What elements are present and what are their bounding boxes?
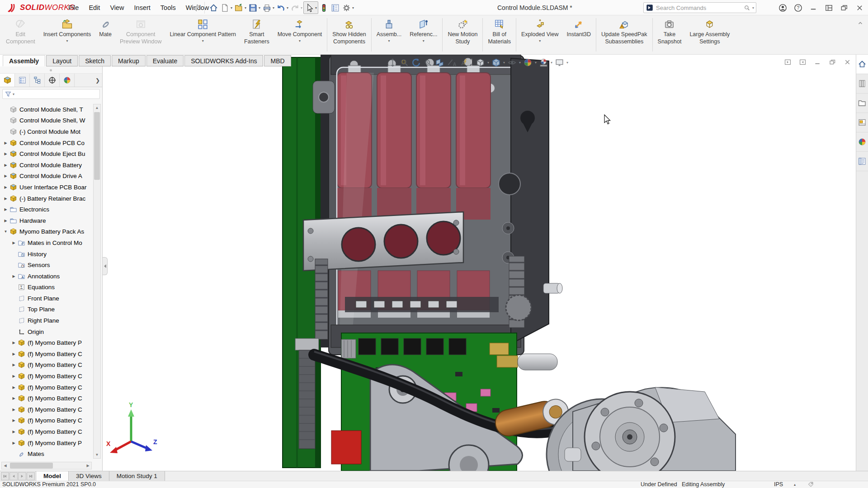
close-doc-button[interactable] (844, 58, 851, 66)
tree-filter-box[interactable]: ▾ (2, 89, 100, 99)
minimize-button[interactable] (808, 2, 819, 14)
expander-icon[interactable]: ▶ (2, 174, 9, 178)
taskpane-design-library-button[interactable] (856, 74, 868, 94)
bottom-tab-motion-study-1[interactable]: Motion Study 1 (109, 471, 165, 481)
new-motion-study-button[interactable]: New MotionStudy (443, 15, 481, 54)
taskpane-appearances-scenes-button[interactable] (856, 132, 868, 152)
tree-horizontal-scrollbar[interactable]: ◀ ▶ (1, 462, 92, 469)
tree-item-f-myomo-battery-c[interactable]: ▶(f) Myomo Battery C (0, 371, 93, 382)
expander-icon[interactable]: ▶ (10, 430, 17, 434)
caret-down-icon[interactable]: ▾ (231, 6, 232, 10)
restore-button[interactable] (839, 2, 850, 14)
taskpane-home-button[interactable] (856, 55, 868, 74)
zoom-fit-button[interactable] (387, 57, 398, 68)
expander-icon[interactable]: ▶ (2, 197, 9, 201)
featuremanager-tab[interactable] (0, 74, 15, 87)
previous-view-button[interactable] (411, 57, 421, 68)
expander-icon[interactable]: ▶ (10, 396, 17, 400)
nav-next-button[interactable] (18, 472, 26, 480)
taskpane-custom-properties-button[interactable] (856, 152, 868, 171)
tree-item-electronics[interactable]: ▶Electronics (0, 204, 93, 215)
new-document-button[interactable]: ▾ (219, 1, 233, 14)
expander-icon[interactable]: ▶ (10, 352, 17, 356)
edit-appearance-button[interactable] (523, 57, 533, 68)
tree-item-f-myomo-battery-c[interactable]: ▶(f) Myomo Battery C (0, 426, 93, 437)
model-battery-module[interactable] (303, 55, 562, 355)
tree-item-myomo-battery-pack-as[interactable]: ▼Myomo Battery Pack As (0, 226, 93, 238)
tree-item-control-module-pcb-co[interactable]: ▶Control Module PCB Co (0, 137, 93, 149)
menu-view[interactable]: View (105, 0, 129, 15)
hide-show-items-button[interactable] (507, 57, 517, 68)
panel-split-handle[interactable] (0, 66, 102, 74)
expander-icon[interactable]: ▶ (10, 274, 17, 278)
scroll-up-icon[interactable]: ▲ (94, 104, 100, 111)
menu-insert[interactable]: Insert (129, 0, 156, 15)
expander-icon[interactable]: ▶ (2, 185, 9, 189)
tab-mbd[interactable]: MBD (264, 55, 291, 66)
units-caret-icon[interactable]: ▴ (794, 481, 796, 488)
search-commands-box[interactable]: ▾ (643, 2, 756, 13)
caret-down-icon[interactable]: ▾ (202, 39, 204, 43)
window-layout-button[interactable] (823, 2, 835, 14)
redo-button[interactable]: ▾ (289, 1, 303, 14)
search-input[interactable] (656, 5, 744, 11)
status-units-value[interactable]: IPS (774, 481, 783, 488)
bill-of-materials-button[interactable]: Bill ofMaterials (484, 15, 515, 54)
tree-item-sensors[interactable]: Sensors (0, 259, 93, 271)
tree-item-front-plane[interactable]: Front Plane (0, 293, 93, 304)
caret-down-icon[interactable]: ▾ (301, 6, 302, 10)
apply-scene-button[interactable] (538, 57, 549, 68)
expander-icon[interactable]: ▶ (10, 341, 17, 345)
tree-item-f-myomo-battery-c[interactable]: ▶(f) Myomo Battery C (0, 348, 93, 360)
caret-down-icon[interactable]: ▾ (539, 39, 541, 43)
exploded-view-button[interactable]: Exploded View▾ (517, 15, 562, 54)
expander-icon[interactable]: ▼ (2, 230, 9, 234)
annotations-visibility-button[interactable]: A (458, 57, 468, 68)
zoom-area-button[interactable] (399, 57, 410, 68)
tree-item-control-module-shell-t[interactable]: Control Module Shell, T (0, 104, 93, 115)
expander-icon[interactable]: ▶ (2, 219, 9, 223)
expander-icon[interactable]: ▶ (10, 363, 17, 367)
home-button[interactable] (208, 1, 219, 14)
menu-file[interactable]: File (63, 0, 84, 15)
tree-item-mates[interactable]: Mates (0, 448, 93, 460)
user-account-button[interactable] (777, 2, 788, 14)
nav-first-button[interactable] (1, 472, 9, 480)
minimize-doc-button[interactable] (814, 58, 821, 66)
save-button[interactable]: ▾ (247, 1, 261, 14)
restore-doc-button[interactable] (829, 58, 836, 66)
filter-caret-icon[interactable]: ▾ (13, 92, 14, 96)
view-orientation-button[interactable] (475, 57, 486, 68)
insert-components-button[interactable]: Insert Components▾ (39, 15, 95, 54)
expander-icon[interactable]: ▶ (10, 441, 17, 445)
scroll-down-icon[interactable]: ▼ (94, 451, 100, 458)
section-view-button[interactable] (434, 57, 445, 68)
rebuild-button[interactable] (318, 1, 330, 14)
smart-fasteners-button[interactable]: SmartFasteners (240, 15, 274, 54)
update-speedpak-button[interactable]: Update SpeedPakSubassemblies (597, 15, 651, 54)
3d-model-view[interactable]: Y X Z (103, 55, 856, 471)
tab-assembly[interactable]: Assembly (3, 55, 45, 66)
expander-icon[interactable]: ▶ (2, 207, 9, 211)
expander-icon[interactable]: ▶ (2, 163, 9, 167)
propertymanager-tab[interactable] (15, 74, 30, 87)
nav-prev-button[interactable] (9, 472, 18, 480)
tree-item-mates-in-control-mo[interactable]: ▶Mates in Control Mo (0, 237, 93, 249)
caret-down-icon[interactable]: ▾ (299, 39, 301, 43)
mate-button[interactable]: Mate (95, 15, 116, 54)
caret-down-icon[interactable]: ▾ (487, 61, 489, 65)
tab-solidworks-add-ins[interactable]: SOLIDWORKS Add-Ins (184, 55, 263, 66)
caret-down-icon[interactable]: ▾ (535, 61, 537, 65)
linear-component-pattern-button[interactable]: Linear Component Pattern▾ (165, 15, 240, 54)
expander-icon[interactable]: ▶ (10, 408, 17, 412)
take-snapshot-button[interactable]: TakeSnapshot (654, 15, 686, 54)
large-assembly-settings-button[interactable]: Large AssemblySettings (685, 15, 734, 54)
tree-item-equations[interactable]: ΣEquations (0, 282, 93, 293)
pane-right-button[interactable] (799, 58, 807, 66)
tab-sketch[interactable]: Sketch (79, 55, 111, 66)
hscroll-thumb[interactable] (10, 463, 53, 469)
print-button[interactable]: ▾ (261, 1, 275, 14)
tree-item-f-myomo-battery-c[interactable]: ▶(f) Myomo Battery C (0, 360, 93, 371)
tab-evaluate[interactable]: Evaluate (146, 55, 184, 66)
panel-expand-arrow[interactable]: ❯ (93, 74, 102, 87)
